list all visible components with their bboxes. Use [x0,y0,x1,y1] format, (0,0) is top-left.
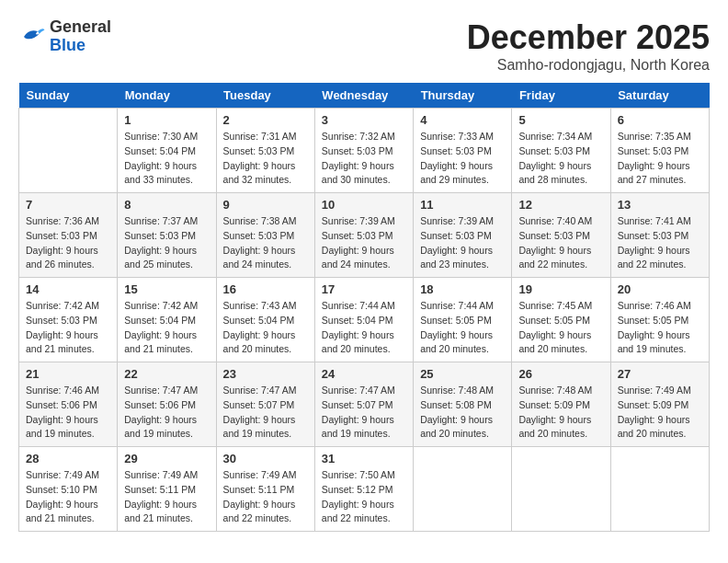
day-info: Sunrise: 7:41 AMSunset: 5:03 PMDaylight:… [618,214,702,272]
calendar-cell: 18Sunrise: 7:44 AMSunset: 5:05 PMDayligh… [414,278,512,362]
calendar-cell: 12Sunrise: 7:40 AMSunset: 5:03 PMDayligh… [512,193,610,278]
calendar-cell: 24Sunrise: 7:47 AMSunset: 5:07 PMDayligh… [314,362,413,447]
calendar-cell: 29Sunrise: 7:49 AMSunset: 5:11 PMDayligh… [118,447,216,532]
day-number: 2 [223,113,308,127]
day-number: 30 [223,452,308,465]
day-number: 5 [518,113,603,127]
calendar-cell [414,447,512,532]
week-row-3: 21Sunrise: 7:46 AMSunset: 5:06 PMDayligh… [19,362,710,447]
day-info: Sunrise: 7:49 AMSunset: 5:11 PMDaylight:… [223,468,308,526]
day-number: 1 [124,113,209,127]
calendar-cell: 19Sunrise: 7:45 AMSunset: 5:05 PMDayligh… [512,278,610,362]
day-info: Sunrise: 7:46 AMSunset: 5:06 PMDaylight:… [26,384,110,442]
day-number: 4 [420,113,505,127]
day-info: Sunrise: 7:35 AMSunset: 5:03 PMDaylight:… [618,130,702,188]
day-info: Sunrise: 7:42 AMSunset: 5:03 PMDaylight:… [26,299,110,357]
calendar-cell: 2Sunrise: 7:31 AMSunset: 5:03 PMDaylight… [216,109,314,193]
header-day-thursday: Thursday [414,83,512,109]
day-info: Sunrise: 7:34 AMSunset: 5:03 PMDaylight:… [518,130,603,188]
day-number: 6 [618,113,702,127]
day-number: 18 [420,282,505,296]
logo-text: General Blue [50,18,111,55]
header-day-tuesday: Tuesday [216,83,314,109]
header-row: SundayMondayTuesdayWednesdayThursdayFrid… [19,83,710,109]
calendar-cell: 27Sunrise: 7:49 AMSunset: 5:09 PMDayligh… [610,362,709,447]
day-info: Sunrise: 7:40 AMSunset: 5:03 PMDaylight:… [518,214,603,272]
day-info: Sunrise: 7:44 AMSunset: 5:05 PMDaylight:… [420,299,505,357]
calendar-cell: 23Sunrise: 7:47 AMSunset: 5:07 PMDayligh… [216,362,314,447]
day-info: Sunrise: 7:47 AMSunset: 5:07 PMDaylight:… [223,384,308,442]
calendar-cell: 28Sunrise: 7:49 AMSunset: 5:10 PMDayligh… [19,447,118,532]
calendar-cell: 15Sunrise: 7:42 AMSunset: 5:04 PMDayligh… [118,278,216,362]
calendar-cell: 17Sunrise: 7:44 AMSunset: 5:04 PMDayligh… [314,278,413,362]
calendar-cell [19,109,118,193]
calendar-cell: 14Sunrise: 7:42 AMSunset: 5:03 PMDayligh… [19,278,118,362]
day-number: 27 [618,367,702,381]
calendar-table: SundayMondayTuesdayWednesdayThursdayFrid… [18,83,710,532]
day-number: 8 [124,198,209,212]
calendar-cell: 3Sunrise: 7:32 AMSunset: 5:03 PMDaylight… [314,109,413,193]
day-number: 12 [518,198,603,212]
day-number: 26 [518,367,603,381]
day-number: 29 [124,452,209,465]
calendar-cell [512,447,610,532]
day-number: 16 [223,282,308,296]
calendar-cell: 16Sunrise: 7:43 AMSunset: 5:04 PMDayligh… [216,278,314,362]
header-day-sunday: Sunday [19,83,118,109]
day-number: 23 [223,367,308,381]
day-info: Sunrise: 7:47 AMSunset: 5:07 PMDaylight:… [322,384,406,442]
day-info: Sunrise: 7:30 AMSunset: 5:04 PMDaylight:… [124,130,209,188]
day-info: Sunrise: 7:37 AMSunset: 5:03 PMDaylight:… [124,214,209,272]
calendar-cell: 22Sunrise: 7:47 AMSunset: 5:06 PMDayligh… [118,362,216,447]
calendar-cell: 1Sunrise: 7:30 AMSunset: 5:04 PMDaylight… [118,109,216,193]
day-number: 13 [618,198,702,212]
calendar-cell: 6Sunrise: 7:35 AMSunset: 5:03 PMDaylight… [610,109,709,193]
day-info: Sunrise: 7:50 AMSunset: 5:12 PMDaylight:… [322,468,406,526]
day-info: Sunrise: 7:39 AMSunset: 5:03 PMDaylight:… [420,214,505,272]
day-info: Sunrise: 7:48 AMSunset: 5:08 PMDaylight:… [420,384,505,442]
day-number: 17 [322,282,406,296]
day-number: 11 [420,198,505,212]
calendar-cell: 25Sunrise: 7:48 AMSunset: 5:08 PMDayligh… [414,362,512,447]
calendar-cell: 5Sunrise: 7:34 AMSunset: 5:03 PMDaylight… [512,109,610,193]
header-day-saturday: Saturday [610,83,709,109]
day-number: 19 [518,282,603,296]
day-number: 9 [223,198,308,212]
day-info: Sunrise: 7:49 AMSunset: 5:11 PMDaylight:… [124,468,209,526]
day-info: Sunrise: 7:39 AMSunset: 5:03 PMDaylight:… [322,214,406,272]
day-info: Sunrise: 7:32 AMSunset: 5:03 PMDaylight:… [322,130,406,188]
day-number: 22 [124,367,209,381]
location-subtitle: Samho-rodongjagu, North Korea [467,57,710,74]
calendar-cell: 11Sunrise: 7:39 AMSunset: 5:03 PMDayligh… [414,193,512,278]
day-info: Sunrise: 7:48 AMSunset: 5:09 PMDaylight:… [518,384,603,442]
header-day-wednesday: Wednesday [314,83,413,109]
calendar-cell: 20Sunrise: 7:46 AMSunset: 5:05 PMDayligh… [610,278,709,362]
header-day-monday: Monday [118,83,216,109]
calendar-cell: 4Sunrise: 7:33 AMSunset: 5:03 PMDaylight… [414,109,512,193]
day-info: Sunrise: 7:43 AMSunset: 5:04 PMDaylight:… [223,299,308,357]
calendar-cell: 26Sunrise: 7:48 AMSunset: 5:09 PMDayligh… [512,362,610,447]
day-number: 25 [420,367,505,381]
day-info: Sunrise: 7:49 AMSunset: 5:10 PMDaylight:… [26,468,110,526]
logo: General Blue [18,18,111,55]
day-info: Sunrise: 7:46 AMSunset: 5:05 PMDaylight:… [618,299,702,357]
week-row-0: 1Sunrise: 7:30 AMSunset: 5:04 PMDaylight… [19,109,710,193]
calendar-cell [610,447,709,532]
day-info: Sunrise: 7:42 AMSunset: 5:04 PMDaylight:… [124,299,209,357]
day-number: 21 [26,367,110,381]
week-row-1: 7Sunrise: 7:36 AMSunset: 5:03 PMDaylight… [19,193,710,278]
day-number: 15 [124,282,209,296]
day-number: 3 [322,113,406,127]
calendar-cell: 13Sunrise: 7:41 AMSunset: 5:03 PMDayligh… [610,193,709,278]
day-info: Sunrise: 7:47 AMSunset: 5:06 PMDaylight:… [124,384,209,442]
month-title: December 2025 [467,18,710,57]
calendar-cell: 9Sunrise: 7:38 AMSunset: 5:03 PMDaylight… [216,193,314,278]
day-number: 31 [322,452,406,465]
day-number: 14 [26,282,110,296]
title-block: December 2025 Samho-rodongjagu, North Ko… [467,18,710,74]
calendar-cell: 8Sunrise: 7:37 AMSunset: 5:03 PMDaylight… [118,193,216,278]
day-info: Sunrise: 7:44 AMSunset: 5:04 PMDaylight:… [322,299,406,357]
calendar-cell: 10Sunrise: 7:39 AMSunset: 5:03 PMDayligh… [314,193,413,278]
day-number: 7 [26,198,110,212]
day-info: Sunrise: 7:31 AMSunset: 5:03 PMDaylight:… [223,130,308,188]
